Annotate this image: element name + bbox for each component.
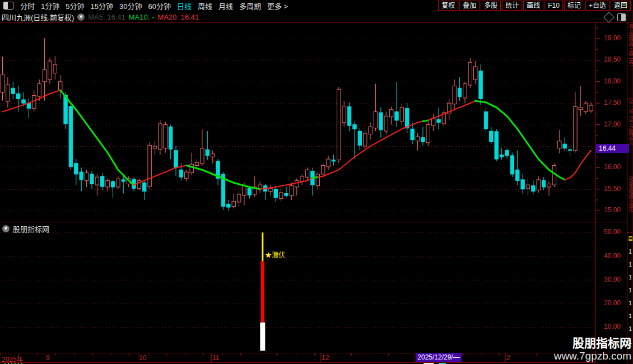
candle-down	[285, 193, 288, 195]
candle-down	[248, 188, 251, 195]
tab-60min[interactable]: 60分钟	[148, 1, 170, 11]
candle-up	[295, 180, 299, 187]
candle-up	[300, 176, 304, 181]
candle-down	[174, 151, 178, 168]
quote-strip-price-column: 11111111	[628, 245, 632, 348]
candle-down	[484, 112, 487, 129]
candle-down	[111, 181, 114, 187]
price-label: 18.00	[604, 77, 621, 85]
back-button[interactable]: 返回	[611, 1, 631, 11]
tab-monthly[interactable]: 月线	[218, 1, 233, 11]
candle-up	[211, 154, 215, 157]
candle-down	[490, 131, 493, 142]
candle-down	[437, 119, 440, 122]
candle-down	[347, 106, 351, 125]
tab-5min[interactable]: 5分钟	[66, 1, 84, 11]
right-strip-border	[627, 11, 627, 364]
indicator-axis-label: 40.00	[604, 252, 621, 260]
overlay-button[interactable]: 叠加	[459, 1, 480, 11]
candle-up	[195, 162, 198, 165]
candle-up	[416, 137, 419, 141]
candle-up	[321, 166, 324, 174]
candle-up	[290, 186, 293, 196]
draw-line-button[interactable]: 画线	[523, 1, 543, 11]
candle-down	[80, 172, 83, 180]
stats-button[interactable]: 统计	[502, 1, 522, 11]
quote-strip-divider	[627, 232, 632, 233]
candle-up	[95, 177, 99, 185]
selected-date-badge: 2025/12/29/—	[416, 353, 462, 362]
tab-multi-period[interactable]: 多周期	[239, 1, 261, 11]
f10-button[interactable]: F10	[544, 1, 563, 11]
candle-up	[384, 116, 388, 131]
tab-more[interactable]: 更多 >	[267, 1, 288, 11]
indicator-axis-label: 30.00	[604, 276, 621, 283]
month-separator	[211, 353, 212, 362]
window-panel-icon[interactable]	[3, 2, 13, 10]
candle-down	[411, 129, 414, 139]
fuquan-button[interactable]: 复权	[438, 1, 458, 11]
candle-up	[389, 110, 393, 117]
tab-30min[interactable]: 30分钟	[119, 1, 142, 11]
candle-up	[237, 194, 240, 202]
candle-down	[69, 106, 72, 167]
candle-down	[479, 71, 482, 99]
candle-up	[185, 172, 188, 179]
candle-down	[332, 160, 335, 161]
timeline-month-label: 11	[212, 354, 219, 362]
candle-down	[11, 88, 15, 94]
candle-up	[468, 62, 472, 85]
candle-down	[458, 88, 461, 96]
candle-up	[374, 112, 377, 128]
candle-down	[395, 112, 398, 120]
candle-down	[169, 127, 172, 149]
tab-1min[interactable]: 1分钟	[41, 1, 59, 11]
candle-down	[495, 132, 498, 159]
candle-down	[353, 125, 356, 129]
indicator-panel-chart[interactable]	[0, 222, 595, 353]
tab-daily[interactable]: 日线	[177, 1, 192, 11]
candle-down	[563, 144, 566, 148]
price-label: 19.00	[604, 34, 621, 42]
candle-down	[521, 180, 524, 189]
candle-up	[6, 85, 10, 101]
ma5-legend: MA5: 16.41	[88, 13, 125, 21]
quote-strip-text: 买一买二买三买四买五	[628, 100, 633, 144]
candle-down	[406, 108, 409, 128]
chevron-down-icon[interactable]: ▼	[2, 225, 10, 232]
candle-up	[164, 125, 167, 148]
timeline-month-label: 2	[506, 354, 510, 362]
indicator-title-row: ▼ 股朋指标网	[2, 223, 49, 234]
candle-up	[279, 193, 282, 199]
stock-title: 四川九洲(日线.前复权)	[2, 12, 74, 22]
indicator-axis-label: 10.00	[604, 323, 621, 330]
candle-down	[505, 151, 509, 156]
mark-button[interactable]: 标记	[564, 1, 584, 11]
candle-up	[574, 106, 577, 150]
candle-down	[532, 186, 535, 192]
diamond-icon[interactable]	[603, 12, 615, 23]
add-watchlist-button[interactable]: +自选	[585, 1, 609, 11]
quote-strip-divider	[627, 175, 632, 175]
main-candlestick-chart[interactable]	[0, 22, 595, 222]
candle-up	[547, 184, 551, 187]
tab-weekly[interactable]: 周线	[198, 1, 212, 11]
tab-15min[interactable]: 15分钟	[90, 1, 113, 11]
candle-up	[364, 133, 367, 146]
price-label: 15.00	[604, 206, 621, 214]
tab-fenshi[interactable]: 分时	[20, 1, 35, 11]
quote-strip-divider	[627, 98, 632, 99]
price-label: 17.50	[604, 99, 621, 106]
timeline-bottom-border	[0, 362, 595, 363]
multi-stock-button[interactable]: 多股	[481, 1, 501, 11]
candle-down	[500, 155, 503, 157]
split-panel-icon[interactable]	[617, 13, 626, 21]
chevron-down-icon[interactable]: ▼	[77, 13, 85, 21]
quote-strip-yellow-char: 自	[628, 235, 633, 242]
candle-up	[153, 146, 156, 148]
signal-bar	[261, 261, 264, 323]
candle-down	[510, 156, 514, 174]
month-separator	[415, 353, 415, 362]
candle-down	[22, 100, 25, 103]
candle-up	[1, 74, 4, 92]
